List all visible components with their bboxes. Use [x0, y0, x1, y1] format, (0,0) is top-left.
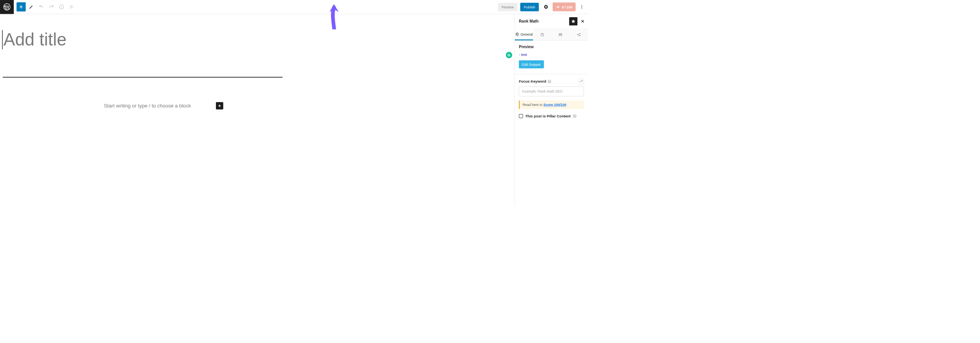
toolbar-left	[14, 2, 76, 11]
score-tip: Read here to Score 100/100	[519, 101, 584, 109]
edit-mode-icon[interactable]	[27, 2, 36, 11]
grammarly-icon[interactable]: G	[506, 52, 512, 59]
seo-score-pill[interactable]: 0 / 100	[553, 3, 576, 11]
svg-rect-6	[541, 34, 544, 36]
rankmath-sidebar: Rank Math ✕ General Preview - test	[514, 14, 588, 206]
focus-keyword-label-row: Focus Keyword ?	[519, 79, 584, 84]
block-placeholder-text[interactable]: Start writing or type / to choose a bloc…	[3, 103, 223, 109]
focus-keyword-input[interactable]	[519, 86, 584, 96]
info-button[interactable]	[57, 2, 66, 11]
pillar-row: This post is Pillar Content ?	[519, 114, 584, 118]
sidebar-divider	[515, 74, 588, 74]
redo-button[interactable]	[47, 2, 56, 11]
wordpress-logo[interactable]	[0, 0, 14, 14]
settings-gear-icon[interactable]	[542, 3, 550, 11]
seo-score-value: 0 / 100	[562, 5, 573, 9]
tab-general-label: General	[521, 32, 533, 36]
publish-button[interactable]: Publish	[520, 3, 539, 11]
svg-point-10	[580, 35, 580, 36]
title-separator	[3, 77, 283, 78]
block-inserter-button[interactable]	[16, 2, 26, 11]
edit-snippet-button[interactable]: Edit Snippet	[519, 60, 544, 68]
tab-social[interactable]	[570, 29, 588, 41]
pillar-checkbox[interactable]	[519, 114, 523, 118]
outline-button[interactable]	[67, 2, 76, 11]
svg-point-8	[577, 34, 578, 35]
topbar: Preview Publish 0 / 100	[0, 0, 588, 14]
tab-advanced[interactable]	[533, 29, 551, 41]
snippet-title: - test	[519, 52, 584, 57]
svg-point-5	[516, 34, 518, 35]
close-sidebar-icon[interactable]: ✕	[579, 18, 586, 24]
block-line: Start writing or type / to choose a bloc…	[3, 103, 223, 109]
svg-point-3	[581, 7, 582, 7]
more-menu-icon[interactable]	[578, 3, 585, 11]
tab-schema[interactable]	[551, 29, 570, 41]
undo-button[interactable]	[37, 2, 46, 11]
tab-general[interactable]: General	[515, 29, 533, 41]
preview-button[interactable]: Preview	[498, 3, 518, 11]
sidebar-body: Preview - test Edit Snippet Focus Keywor…	[515, 41, 588, 122]
preview-heading: Preview	[519, 45, 584, 49]
sidebar-title: Rank Math	[519, 19, 569, 24]
score-tip-link[interactable]: Score 100/100	[544, 103, 567, 107]
post-title-input[interactable]: Add title	[2, 30, 514, 49]
svg-point-2	[581, 5, 582, 6]
sidebar-header: Rank Math ✕	[515, 14, 588, 29]
star-icon[interactable]	[569, 17, 578, 26]
help-icon[interactable]: ?	[547, 80, 551, 83]
svg-point-9	[580, 33, 580, 34]
pillar-help-icon[interactable]: ?	[573, 114, 577, 118]
pillar-label: This post is Pillar Content	[525, 114, 570, 118]
editor-canvas: Add title Start writing or type / to cho…	[0, 14, 514, 206]
toolbar-right: Preview Publish 0 / 100	[498, 3, 588, 11]
sidebar-tabs: General	[515, 29, 588, 41]
score-tip-prefix: Read here to	[523, 103, 544, 107]
main-area: Add title Start writing or type / to cho…	[0, 14, 588, 206]
trends-icon[interactable]	[578, 79, 584, 84]
add-block-button[interactable]: +	[216, 102, 223, 109]
svg-point-4	[581, 8, 582, 9]
focus-keyword-label: Focus Keyword	[519, 80, 546, 84]
